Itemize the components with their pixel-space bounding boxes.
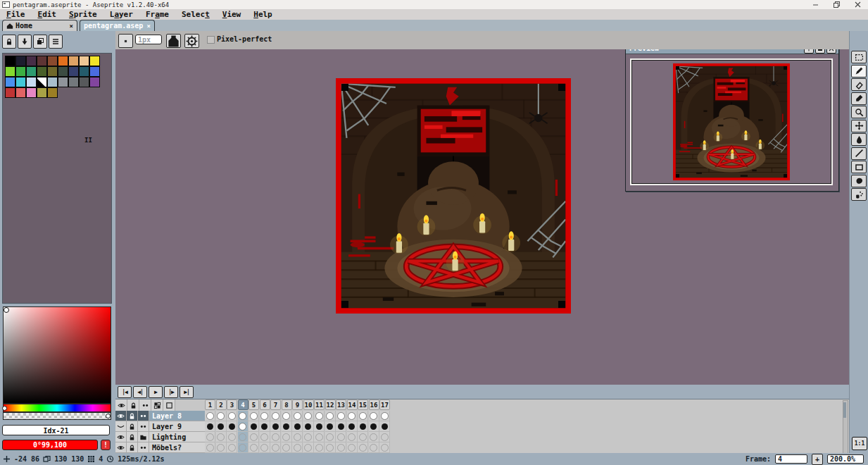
palette-swatch-28[interactable]: [15, 87, 26, 98]
cel-M-bels--f1[interactable]: [205, 442, 215, 453]
cel-Lighting-f4[interactable]: [238, 432, 249, 442]
frame-header-11[interactable]: 11: [314, 399, 325, 410]
cel-M-bels--f10[interactable]: [303, 442, 314, 453]
play-button[interactable]: ▶: [149, 386, 163, 398]
frame-header-16[interactable]: 16: [369, 399, 379, 410]
layer-visibility-toggle[interactable]: [115, 411, 127, 421]
frame-header-7[interactable]: 7: [270, 399, 281, 410]
cel-Layer-8-f3[interactable]: [227, 411, 237, 421]
frame-header-4[interactable]: 4: [238, 399, 249, 410]
timeline-options-toggle[interactable]: [163, 399, 175, 411]
tab-pentagram-asep[interactable]: pentagram.asep×: [80, 20, 155, 31]
palette-swatch-31[interactable]: [47, 87, 58, 98]
cel-M-bels--f11[interactable]: [314, 442, 325, 453]
palette-swatch-10[interactable]: [15, 66, 26, 77]
cel-Lighting-f7[interactable]: [270, 432, 281, 442]
cel-Layer-9-f12[interactable]: [325, 421, 336, 432]
layer-visibility-toggle[interactable]: [115, 432, 127, 442]
onion-skin-toggle[interactable]: [151, 399, 163, 411]
cel-Lighting-f5[interactable]: [249, 432, 259, 442]
cel-Layer-9-f14[interactable]: [347, 421, 358, 432]
preview-center-button[interactable]: [804, 49, 814, 54]
cel-M-bels--f14[interactable]: [347, 442, 358, 453]
eyedropper-tool[interactable]: [851, 92, 867, 105]
next-frame-button[interactable]: |▶: [164, 386, 178, 398]
cel-Layer-8-f16[interactable]: [369, 411, 379, 421]
cel-Layer-9-f11[interactable]: [314, 421, 325, 432]
cel-Lighting-f15[interactable]: [358, 432, 368, 442]
palette-swatch-16[interactable]: [79, 66, 89, 77]
palette-swatch-4[interactable]: [47, 56, 58, 66]
cel-Layer-8-f10[interactable]: [303, 411, 314, 421]
frame-header-1[interactable]: 1: [205, 399, 215, 410]
frame-header-12[interactable]: 12: [325, 399, 336, 410]
sprite-canvas[interactable]: [336, 78, 571, 314]
rectangle-tool[interactable]: [851, 161, 867, 173]
preview-titlebar[interactable]: Preview: [626, 49, 838, 54]
cel-M-bels--f17[interactable]: [379, 442, 390, 453]
zoom-tool[interactable]: [851, 106, 867, 118]
frame-header-10[interactable]: 10: [303, 399, 314, 410]
layer-continuous-toggle[interactable]: [138, 432, 149, 442]
eraser-tool[interactable]: [851, 78, 867, 91]
continuous-toggle[interactable]: [139, 399, 151, 411]
cel-Lighting-f2[interactable]: [216, 432, 227, 442]
hue-cursor[interactable]: [2, 406, 7, 411]
cel-Layer-9-f5[interactable]: [249, 421, 259, 432]
frame-header-14[interactable]: 14: [347, 399, 358, 410]
cel-Lighting-f13[interactable]: [336, 432, 346, 442]
palette-swatch-25[interactable]: [79, 77, 89, 87]
cel-Layer-8-f13[interactable]: [336, 411, 346, 421]
cel-Lighting-f6[interactable]: [260, 432, 270, 442]
palette-swatch-6[interactable]: [68, 56, 79, 66]
prev-frame-button[interactable]: ◀|: [133, 386, 147, 398]
cel-Layer-8-f8[interactable]: [282, 411, 292, 421]
layer-continuous-toggle[interactable]: [138, 442, 149, 453]
pencil-tool[interactable]: [851, 65, 867, 78]
tab-close-icon[interactable]: ×: [70, 23, 73, 30]
palette-swatch-15[interactable]: [68, 66, 79, 77]
cel-Layer-8-f17[interactable]: [379, 411, 390, 421]
menu-layer[interactable]: Layer: [103, 9, 139, 20]
palette-swatch-1[interactable]: [15, 56, 26, 66]
minimize-button[interactable]: [805, 0, 826, 9]
palette-swatch-29[interactable]: [26, 87, 37, 98]
frame-header-5[interactable]: 5: [249, 399, 259, 410]
layer-name[interactable]: Lighting: [149, 432, 205, 442]
brush-size-input[interactable]: [135, 35, 162, 44]
layer-lock-toggle[interactable]: [127, 421, 138, 432]
frame-header-17[interactable]: 17: [379, 399, 390, 410]
cel-M-bels--f8[interactable]: [282, 442, 292, 453]
lock-toggle[interactable]: [127, 399, 139, 411]
menu-sprite[interactable]: Sprite: [63, 9, 103, 20]
layer-visibility-toggle[interactable]: [115, 442, 127, 453]
cel-M-bels--f4[interactable]: [238, 442, 249, 453]
close-button[interactable]: [847, 0, 868, 9]
cel-M-bels--f12[interactable]: [325, 442, 336, 453]
cel-M-bels--f6[interactable]: [260, 442, 270, 453]
alpha-cursor[interactable]: [106, 414, 111, 418]
palette-swatch-12[interactable]: [37, 66, 47, 77]
frame-header-13[interactable]: 13: [336, 399, 346, 410]
menu-file[interactable]: File: [0, 9, 32, 20]
cel-Layer-9-f15[interactable]: [358, 421, 368, 432]
cel-M-bels--f9[interactable]: [292, 442, 303, 453]
cel-M-bels--f13[interactable]: [336, 442, 346, 453]
palette-swatch-24[interactable]: [68, 77, 79, 87]
menu-view[interactable]: View: [216, 9, 248, 20]
layer-lock-toggle[interactable]: [127, 432, 138, 442]
cel-Layer-8-f15[interactable]: [358, 411, 368, 421]
preview-play-button[interactable]: [815, 49, 825, 54]
line-tool[interactable]: [851, 147, 867, 160]
menu-select[interactable]: Select: [175, 9, 216, 20]
cel-Layer-9-f6[interactable]: [260, 421, 270, 432]
last-frame-button[interactable]: ▶|: [180, 386, 194, 398]
palette-swatch-8[interactable]: [89, 56, 100, 66]
presets-button[interactable]: [33, 35, 47, 49]
saturation-value-picker[interactable]: [3, 306, 111, 404]
menu-help[interactable]: Help: [247, 9, 279, 20]
cel-Lighting-f14[interactable]: [347, 432, 358, 442]
palette-swatch-5[interactable]: [58, 56, 68, 66]
frame-header-6[interactable]: 6: [260, 399, 270, 410]
first-frame-button[interactable]: |◀: [118, 386, 132, 398]
